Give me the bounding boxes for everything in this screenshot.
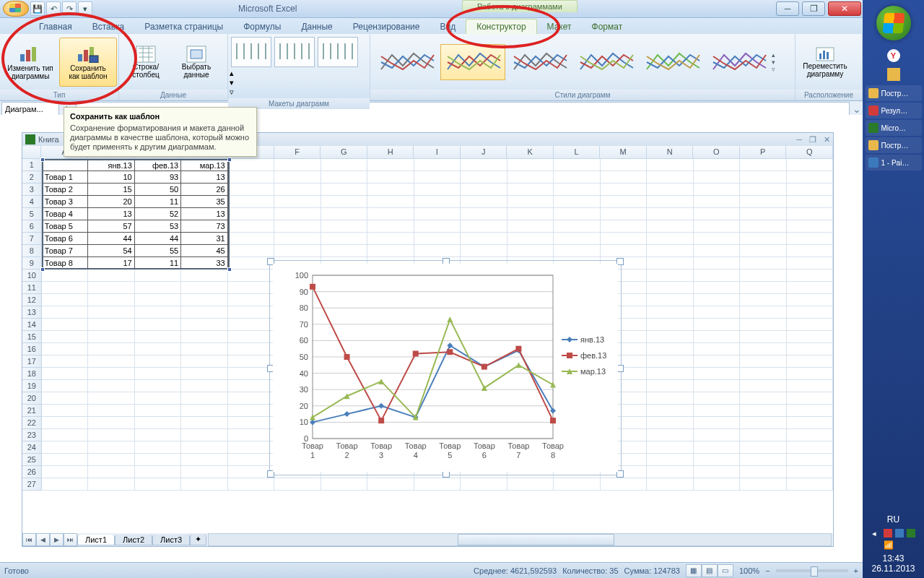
sheet-nav-next[interactable]: ▶ bbox=[50, 533, 64, 546]
minimize-button[interactable]: ─ bbox=[776, 1, 799, 16]
col-header[interactable]: J bbox=[461, 146, 507, 158]
col-header[interactable]: M bbox=[600, 146, 647, 158]
cell[interactable] bbox=[787, 380, 833, 392]
cell[interactable] bbox=[321, 184, 367, 196]
cell[interactable] bbox=[554, 184, 600, 196]
cell[interactable] bbox=[740, 392, 786, 405]
cell[interactable] bbox=[647, 392, 693, 405]
cell[interactable] bbox=[88, 331, 134, 343]
tray-icon[interactable] bbox=[884, 529, 892, 538]
cell[interactable] bbox=[740, 233, 786, 245]
cell[interactable] bbox=[367, 159, 414, 171]
tab-view[interactable]: Вид bbox=[430, 20, 466, 34]
folder-icon[interactable] bbox=[887, 68, 900, 81]
cell[interactable] bbox=[694, 196, 740, 208]
cell[interactable] bbox=[274, 184, 321, 196]
cell[interactable] bbox=[321, 159, 367, 171]
cell[interactable] bbox=[135, 417, 181, 429]
cell[interactable] bbox=[274, 208, 321, 220]
wb-minimize-button[interactable]: ─ bbox=[796, 135, 802, 144]
cell[interactable] bbox=[787, 233, 833, 245]
cell[interactable] bbox=[228, 196, 274, 208]
cell[interactable] bbox=[42, 159, 89, 171]
cell[interactable] bbox=[135, 392, 181, 405]
cell[interactable] bbox=[787, 441, 833, 454]
cell[interactable] bbox=[88, 319, 134, 331]
tab-data[interactable]: Данные bbox=[291, 20, 342, 34]
cell[interactable] bbox=[42, 466, 88, 478]
sheet-tab-2[interactable]: Лист2 bbox=[115, 535, 152, 545]
cell[interactable] bbox=[414, 233, 461, 245]
cell[interactable]: 20 bbox=[88, 196, 134, 208]
cell[interactable] bbox=[181, 343, 227, 355]
cell[interactable] bbox=[601, 208, 647, 220]
cell[interactable] bbox=[228, 294, 274, 306]
cell[interactable] bbox=[601, 184, 647, 196]
row-header[interactable]: 1 bbox=[22, 159, 42, 171]
tab-chart-design[interactable]: Конструктор bbox=[466, 19, 536, 34]
cell[interactable] bbox=[740, 331, 786, 343]
cell[interactable] bbox=[647, 454, 693, 466]
cell[interactable] bbox=[647, 319, 693, 331]
cell[interactable]: 13 bbox=[181, 208, 227, 220]
cell[interactable] bbox=[787, 405, 833, 417]
cell[interactable] bbox=[787, 392, 833, 405]
cell[interactable] bbox=[554, 196, 600, 208]
cell[interactable] bbox=[228, 220, 274, 233]
cell[interactable] bbox=[601, 196, 647, 208]
tray-icon[interactable] bbox=[907, 529, 915, 538]
cell[interactable]: Товар 4 bbox=[42, 208, 89, 220]
cell[interactable] bbox=[88, 405, 134, 417]
yandex-icon[interactable]: Y bbox=[887, 49, 900, 62]
cell[interactable] bbox=[694, 159, 740, 171]
cell[interactable]: 54 bbox=[88, 245, 134, 257]
cell[interactable] bbox=[694, 429, 740, 441]
cell[interactable] bbox=[787, 184, 833, 196]
cell[interactable] bbox=[740, 478, 786, 491]
cell[interactable] bbox=[461, 208, 507, 220]
row-header[interactable]: 15 bbox=[22, 331, 42, 343]
cell[interactable] bbox=[647, 441, 693, 454]
cell[interactable] bbox=[787, 331, 833, 343]
cell[interactable] bbox=[135, 294, 181, 306]
sheet-nav-first[interactable]: ⏮ bbox=[22, 533, 36, 546]
cell[interactable] bbox=[694, 306, 740, 319]
cell[interactable] bbox=[694, 282, 740, 294]
cell[interactable] bbox=[507, 233, 554, 245]
chart-layout-option[interactable] bbox=[274, 37, 315, 67]
cell[interactable] bbox=[321, 233, 367, 245]
zoom-slider[interactable] bbox=[776, 569, 848, 572]
chart-layout-option[interactable] bbox=[231, 37, 271, 67]
cell[interactable] bbox=[507, 196, 554, 208]
cell[interactable] bbox=[181, 405, 227, 417]
cell[interactable] bbox=[42, 306, 88, 319]
cell[interactable] bbox=[321, 171, 367, 184]
cell[interactable] bbox=[601, 233, 647, 245]
cell[interactable] bbox=[740, 220, 786, 233]
row-header[interactable]: 18 bbox=[22, 368, 42, 380]
row-header[interactable]: 12 bbox=[22, 294, 42, 306]
cell[interactable] bbox=[647, 220, 693, 233]
cell[interactable] bbox=[554, 220, 600, 233]
cell[interactable] bbox=[228, 392, 274, 405]
cell[interactable] bbox=[507, 478, 554, 491]
cell[interactable] bbox=[787, 343, 833, 355]
cell[interactable] bbox=[228, 405, 274, 417]
cell[interactable]: Товар 2 bbox=[42, 184, 89, 196]
cell[interactable] bbox=[740, 343, 786, 355]
cell[interactable] bbox=[367, 208, 414, 220]
switch-row-col-button[interactable]: Строка/столбец bbox=[121, 38, 171, 86]
cell[interactable] bbox=[181, 269, 227, 282]
cell[interactable] bbox=[507, 208, 554, 220]
row-header[interactable]: 23 bbox=[22, 429, 42, 441]
col-header[interactable]: F bbox=[274, 146, 321, 158]
cell[interactable] bbox=[554, 171, 600, 184]
cell[interactable] bbox=[367, 196, 414, 208]
col-header[interactable]: O bbox=[693, 146, 740, 158]
cell[interactable] bbox=[787, 269, 833, 282]
cell[interactable] bbox=[694, 454, 740, 466]
cell[interactable] bbox=[787, 208, 833, 220]
cell[interactable] bbox=[601, 478, 647, 491]
cell[interactable] bbox=[740, 441, 786, 454]
cell[interactable] bbox=[787, 294, 833, 306]
